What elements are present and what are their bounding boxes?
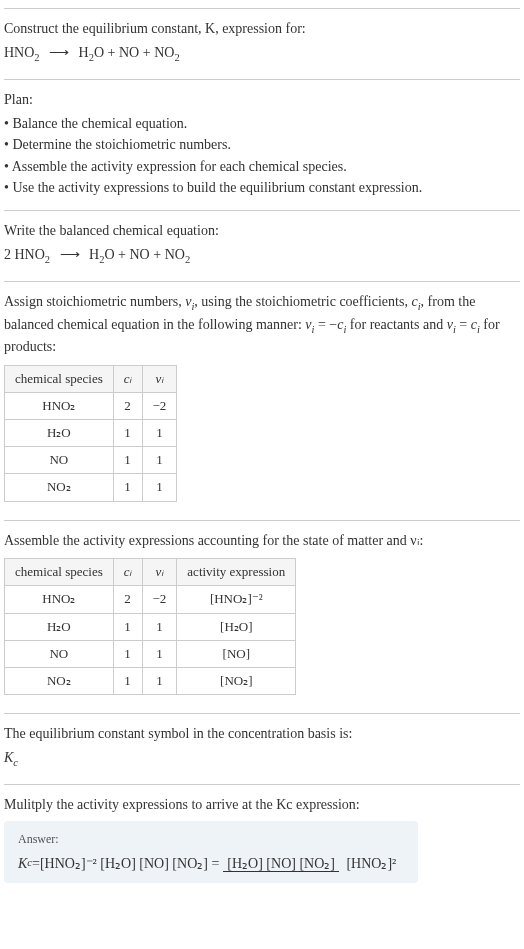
plan-item: • Assemble the activity expression for e… xyxy=(4,157,520,177)
activity-table: chemical species cᵢ νᵢ activity expressi… xyxy=(4,558,296,695)
cell-ci: 1 xyxy=(113,420,142,447)
cell-species: HNO₂ xyxy=(5,586,114,613)
cell-nui: 1 xyxy=(142,420,177,447)
cell-species: NO₂ xyxy=(5,474,114,501)
cell-species: H₂O xyxy=(5,613,114,640)
cell-species: NO xyxy=(5,447,114,474)
balanced-heading: Write the balanced chemical equation: xyxy=(4,221,520,241)
cell-ci: 2 xyxy=(113,586,142,613)
kc-k: K xyxy=(4,750,13,765)
intro-title: Construct the equilibrium constant, K, e… xyxy=(4,19,520,39)
table-row: H₂O11 xyxy=(5,420,177,447)
intro-rhs3: NO xyxy=(154,45,174,60)
stoich-text: Assign stoichiometric numbers, νi, using… xyxy=(4,292,520,357)
balanced-lhs-sub: 2 xyxy=(45,253,50,264)
answer-label: Answer: xyxy=(18,831,404,848)
fraction: [H₂O] [NO] [NO₂] [HNO₂]² xyxy=(223,854,400,874)
stoich-section: Assign stoichiometric numbers, νi, using… xyxy=(4,281,520,520)
cell-species: HNO₂ xyxy=(5,392,114,419)
balanced-rhs1: H xyxy=(89,247,99,262)
cell-ci: 1 xyxy=(113,447,142,474)
equals-sign: = xyxy=(32,854,40,874)
intro-section: Construct the equilibrium constant, K, e… xyxy=(4,8,520,79)
cell-expr: [NO] xyxy=(177,640,296,667)
balanced-lhs: HNO xyxy=(15,247,45,262)
table-row: NO₂11[NO₂] xyxy=(5,667,296,694)
fraction-numerator: [H₂O] [NO] [NO₂] xyxy=(223,856,339,872)
th-nui: νᵢ xyxy=(142,559,177,586)
rel2-eq: = xyxy=(456,317,471,332)
balanced-equation: 2 HNO2 ⟶ H2O + NO + NO2 xyxy=(4,245,520,267)
cell-nui: −2 xyxy=(142,586,177,613)
cell-expr: [HNO₂]⁻² xyxy=(177,586,296,613)
intro-rhs1-tail: O xyxy=(94,45,104,60)
table-row: HNO₂2−2[HNO₂]⁻² xyxy=(5,586,296,613)
cell-species: H₂O xyxy=(5,420,114,447)
cell-nui: 1 xyxy=(142,447,177,474)
answer-equation: Kc = [HNO₂]⁻² [H₂O] [NO] [NO₂] = [H₂O] [… xyxy=(18,854,404,874)
cell-expr: [H₂O] xyxy=(177,613,296,640)
th-expr: activity expression xyxy=(177,559,296,586)
intro-lhs-sub: 2 xyxy=(34,51,39,62)
balanced-rhs2: NO xyxy=(130,247,150,262)
intro-rhs2: NO xyxy=(119,45,139,60)
cell-ci: 1 xyxy=(113,640,142,667)
stoich-t1: Assign stoichiometric numbers, xyxy=(4,294,185,309)
cell-ci: 1 xyxy=(113,474,142,501)
answer-kc: K xyxy=(18,854,27,874)
plan-item: • Use the activity expressions to build … xyxy=(4,178,520,198)
th-ci: cᵢ xyxy=(113,365,142,392)
cell-nui: 1 xyxy=(142,613,177,640)
balanced-rhs3: NO xyxy=(165,247,185,262)
th-nui: νᵢ xyxy=(142,365,177,392)
balanced-coeff: 2 xyxy=(4,247,11,262)
multiply-section: Mulitply the activity expressions to arr… xyxy=(4,784,520,893)
arrow-icon: ⟶ xyxy=(43,45,75,60)
symbol-section: The equilibrium constant symbol in the c… xyxy=(4,713,520,784)
intro-rhs1: H xyxy=(79,45,89,60)
stoich-t2: , using the stoichiometric coefficients, xyxy=(194,294,411,309)
th-species: chemical species xyxy=(5,559,114,586)
cell-ci: 1 xyxy=(113,613,142,640)
stoich-t4: for reactants and xyxy=(346,317,446,332)
plan-item: • Balance the chemical equation. xyxy=(4,114,520,134)
multiply-heading: Mulitply the activity expressions to arr… xyxy=(4,795,520,815)
table-row: NO11 xyxy=(5,447,177,474)
cell-species: NO₂ xyxy=(5,667,114,694)
table-row: NO₂11 xyxy=(5,474,177,501)
table-row: H₂O11[H₂O] xyxy=(5,613,296,640)
cell-nui: 1 xyxy=(142,667,177,694)
plus-icon: + xyxy=(108,45,119,60)
balanced-rhs1-tail: O xyxy=(104,247,114,262)
th-ci: cᵢ xyxy=(113,559,142,586)
table-row: HNO₂2−2 xyxy=(5,392,177,419)
fraction-denominator: [HNO₂]² xyxy=(342,856,400,871)
stoich-table: chemical species cᵢ νᵢ HNO₂2−2 H₂O11 NO1… xyxy=(4,365,177,502)
activity-section: Assemble the activity expressions accoun… xyxy=(4,520,520,714)
symbol-heading: The equilibrium constant symbol in the c… xyxy=(4,724,520,744)
intro-equation: HNO2 ⟶ H2O + NO + NO2 xyxy=(4,43,520,65)
answer-box: Answer: Kc = [HNO₂]⁻² [H₂O] [NO] [NO₂] =… xyxy=(4,821,418,883)
cell-nui: 1 xyxy=(142,640,177,667)
table-header-row: chemical species cᵢ νᵢ activity expressi… xyxy=(5,559,296,586)
plus-icon: + xyxy=(143,45,154,60)
activity-heading: Assemble the activity expressions accoun… xyxy=(4,531,520,551)
intro-rhs3-sub: 2 xyxy=(174,51,179,62)
plan-heading: Plan: xyxy=(4,90,520,110)
table-header-row: chemical species cᵢ νᵢ xyxy=(5,365,177,392)
cell-ci: 2 xyxy=(113,392,142,419)
table-row: NO11[NO] xyxy=(5,640,296,667)
plan-item: • Determine the stoichiometric numbers. xyxy=(4,135,520,155)
plan-list: • Balance the chemical equation. • Deter… xyxy=(4,114,520,198)
rel1-eq: = − xyxy=(314,317,337,332)
plus-icon: + xyxy=(118,247,129,262)
cell-nui: 1 xyxy=(142,474,177,501)
th-species: chemical species xyxy=(5,365,114,392)
answer-plain: [HNO₂]⁻² [H₂O] [NO] [NO₂] = xyxy=(40,854,219,874)
kc-symbol: Kc xyxy=(4,748,520,770)
plan-section: Plan: • Balance the chemical equation. •… xyxy=(4,79,520,210)
cell-ci: 1 xyxy=(113,667,142,694)
balanced-rhs3-sub: 2 xyxy=(185,253,190,264)
cell-nui: −2 xyxy=(142,392,177,419)
plus-icon: + xyxy=(153,247,164,262)
